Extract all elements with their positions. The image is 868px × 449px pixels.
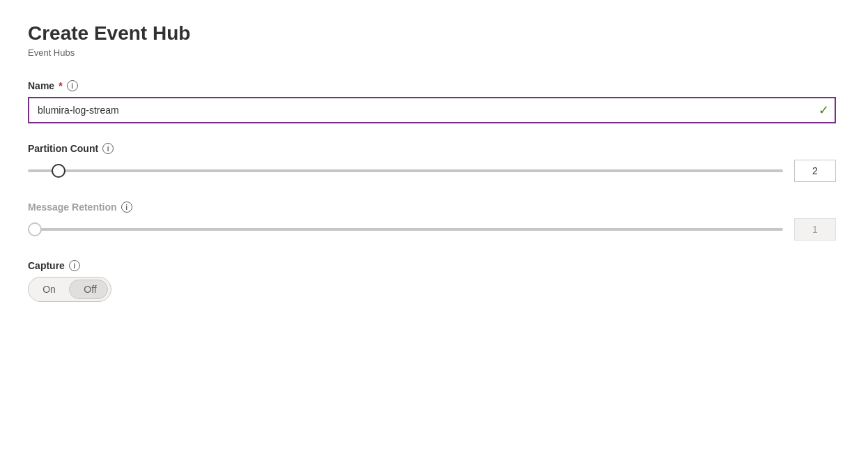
required-indicator: * [59,80,62,91]
capture-info-icon[interactable]: i [69,260,80,271]
partition-count-slider[interactable] [28,169,783,172]
validation-check-icon: ✓ [819,102,829,118]
name-input-wrapper: ✓ [28,97,836,123]
message-retention-info-icon[interactable]: i [121,201,132,213]
message-retention-field-group: Message Retention i 1 [28,201,836,241]
partition-count-slider-row: 2 [28,160,836,182]
name-label-text: Name [28,80,54,91]
partition-count-slider-track [28,161,783,181]
capture-label-text: Capture [28,260,65,271]
capture-field-group: Capture i On Off [28,260,836,302]
capture-toggle[interactable]: On Off [28,277,111,302]
message-retention-value-box: 1 [794,218,836,241]
partition-count-value-box: 2 [794,160,836,182]
message-retention-label: Message Retention i [28,201,836,213]
capture-toggle-wrapper: On Off [28,277,836,302]
partition-count-label: Partition Count i [28,143,836,154]
message-retention-slider-track [28,220,783,239]
name-info-icon[interactable]: i [67,80,78,91]
partition-count-field-group: Partition Count i 2 [28,143,836,182]
toggle-off-option[interactable]: Off [70,277,111,301]
partition-count-info-icon[interactable]: i [102,143,114,154]
page-title: Create Event Hub [28,22,840,45]
toggle-on-option[interactable]: On [29,277,70,301]
message-retention-slider[interactable] [28,228,783,231]
message-retention-slider-row: 1 [28,218,836,241]
create-event-hub-form: Name * i ✓ Partition Count i 2 Message R… [28,80,836,302]
name-input[interactable] [28,97,836,123]
partition-count-label-text: Partition Count [28,143,98,154]
name-label: Name * i [28,80,836,91]
breadcrumb: Event Hubs [28,47,840,58]
name-field-group: Name * i ✓ [28,80,836,123]
capture-label: Capture i [28,260,836,271]
message-retention-label-text: Message Retention [28,201,117,213]
